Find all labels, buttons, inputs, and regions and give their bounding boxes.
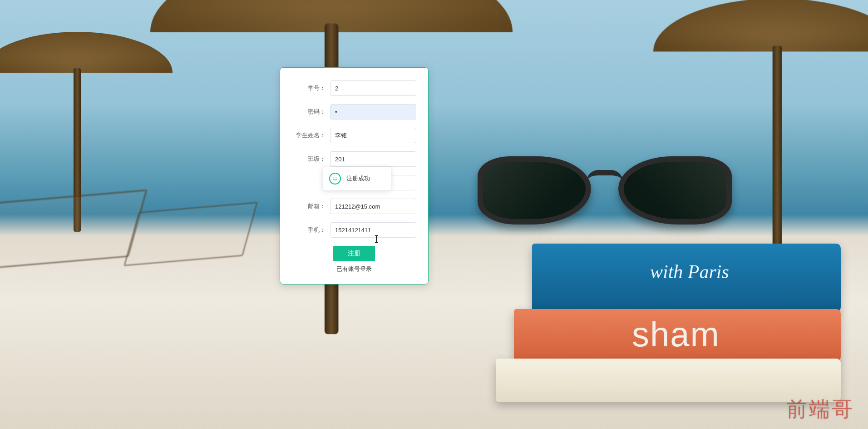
text-cursor-icon xyxy=(376,235,377,243)
success-toast: 注册成功 xyxy=(322,167,391,190)
label-class: 班级： xyxy=(292,155,330,163)
input-password[interactable] xyxy=(330,104,416,120)
label-name: 学生姓名： xyxy=(292,131,330,140)
sunglasses-deco xyxy=(478,156,732,234)
label-email: 邮箱： xyxy=(292,202,330,210)
field-row-email: 邮箱： xyxy=(292,199,416,214)
field-row-class: 班级： xyxy=(292,151,416,167)
input-name[interactable] xyxy=(330,128,416,143)
input-student-id[interactable] xyxy=(330,80,416,96)
login-link[interactable]: 已有账号登录 xyxy=(292,265,416,273)
label-phone: 手机： xyxy=(292,226,330,234)
toast-text: 注册成功 xyxy=(346,175,370,183)
smile-icon xyxy=(329,173,341,185)
field-row-phone: 手机： xyxy=(292,222,416,238)
field-row-password: 密码： xyxy=(292,104,416,120)
lounger-deco xyxy=(123,202,258,266)
watermark-text: 前端哥 xyxy=(786,395,854,424)
umbrella-deco xyxy=(653,0,868,52)
svg-point-0 xyxy=(334,178,334,178)
label-password: 密码： xyxy=(292,108,330,116)
label-student-id: 学号： xyxy=(292,84,330,92)
umbrella-deco xyxy=(150,0,513,32)
input-phone[interactable] xyxy=(330,222,416,238)
umbrella-deco xyxy=(0,32,173,73)
field-row-student-id: 学号： xyxy=(292,80,416,96)
field-row-name: 学生姓名： xyxy=(292,128,416,143)
input-email[interactable] xyxy=(330,199,416,214)
register-button[interactable]: 注册 xyxy=(333,246,375,261)
books-deco xyxy=(496,244,841,402)
background-scene xyxy=(0,0,868,429)
svg-point-1 xyxy=(336,178,336,178)
input-class[interactable] xyxy=(330,151,416,167)
